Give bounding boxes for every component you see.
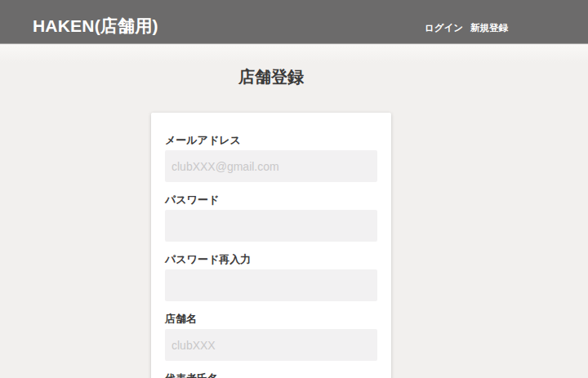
- field-email: メールアドレス: [165, 134, 377, 182]
- app-header: HAKEN(店舗用) ログイン 新規登録: [0, 0, 588, 44]
- email-input[interactable]: [165, 150, 377, 182]
- registration-form-card: メールアドレス パスワード パスワード再入力 店舗名 代表者氏名: [151, 113, 391, 378]
- field-password: パスワード: [165, 193, 377, 242]
- password-confirm-input[interactable]: [165, 269, 377, 301]
- password-label: パスワード: [165, 193, 377, 206]
- main-content: 店舗登録 メールアドレス パスワード パスワード再入力 店舗名 代表者氏名: [0, 45, 588, 378]
- brand-title[interactable]: HAKEN(店舗用): [33, 17, 158, 35]
- email-label: メールアドレス: [165, 134, 377, 146]
- field-shop-name: 店舗名: [165, 313, 377, 361]
- header-nav: ログイン 新規登録: [425, 23, 508, 33]
- page-title: 店舗登録: [151, 66, 391, 87]
- shop-name-label: 店舗名: [165, 313, 377, 325]
- nav-signup-link[interactable]: 新規登録: [470, 23, 508, 33]
- representative-name-label: 代表者氏名: [165, 372, 377, 378]
- password-input[interactable]: [165, 210, 377, 242]
- password-confirm-label: パスワード再入力: [165, 253, 377, 265]
- nav-login-link[interactable]: ログイン: [425, 23, 463, 33]
- store-registration-form: メールアドレス パスワード パスワード再入力 店舗名 代表者氏名: [165, 134, 377, 378]
- field-password-confirm: パスワード再入力: [165, 253, 377, 301]
- shop-name-input[interactable]: [165, 329, 377, 361]
- field-representative-name: 代表者氏名: [165, 372, 377, 378]
